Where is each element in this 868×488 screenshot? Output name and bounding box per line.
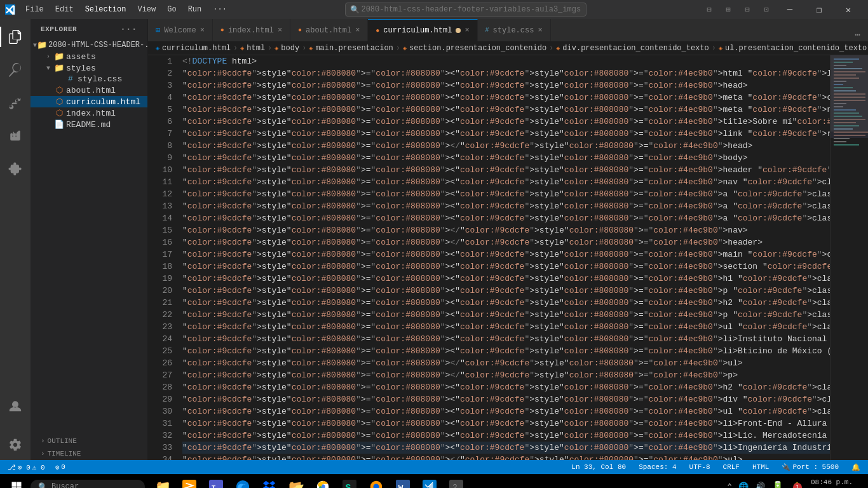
statusbar-spaces[interactable]: Spaces: 4 bbox=[636, 463, 679, 471]
tab-welcome[interactable]: ⊞ Welcome × bbox=[148, 19, 213, 41]
bc-curriculum[interactable]: curriculum.html bbox=[162, 44, 231, 53]
code-content[interactable]: <!DOCTYPE html> "color:#9cdcfe">style"co… bbox=[177, 55, 830, 460]
code-line[interactable]: "color:#9cdcfe">style"color:#808080">="c… bbox=[182, 67, 830, 79]
bc-ul[interactable]: ul.presentacion_contenido_texto bbox=[725, 44, 867, 53]
taskbar-app-word[interactable]: W bbox=[390, 474, 416, 488]
tree-item-styles[interactable]: ▼ 📁 styles bbox=[31, 62, 147, 74]
tree-item-style-css[interactable]: # style.css bbox=[31, 74, 147, 85]
taskbar-app-teams[interactable]: T bbox=[203, 474, 229, 488]
bc-main[interactable]: main.presentacion bbox=[315, 44, 393, 53]
code-line[interactable]: "color:#9cdcfe">style"color:#808080">="c… bbox=[182, 273, 830, 285]
tree-item-readme[interactable]: 📄 README.md bbox=[31, 119, 147, 130]
activity-settings[interactable] bbox=[0, 430, 31, 460]
activity-extensions[interactable] bbox=[0, 154, 31, 184]
taskbar-app-sublime[interactable] bbox=[177, 474, 202, 488]
statusbar-language[interactable]: HTML bbox=[750, 463, 771, 471]
code-line[interactable]: "color:#9cdcfe">style"color:#808080">="c… bbox=[182, 164, 830, 176]
taskbar-app-s[interactable]: S bbox=[337, 474, 362, 488]
statusbar-eol[interactable]: CRLF bbox=[721, 463, 742, 471]
code-line[interactable]: "color:#9cdcfe">style"color:#808080">="c… bbox=[182, 285, 830, 297]
menu-more[interactable]: ··· bbox=[208, 4, 232, 15]
statusbar-cursor[interactable]: Ln 33, Col 80 bbox=[569, 463, 628, 471]
start-button[interactable] bbox=[5, 475, 28, 488]
code-line[interactable]: "color:#9cdcfe">style"color:#808080">="c… bbox=[182, 128, 830, 140]
layout-editor-icon[interactable]: ⊟ bbox=[738, 3, 756, 17]
taskbar-clock[interactable]: 08:46 p.m. 17/08/2024 bbox=[807, 477, 857, 488]
tab-close-curriculum[interactable]: × bbox=[465, 26, 469, 35]
code-line[interactable]: "color:#9cdcfe">style"color:#808080">="c… bbox=[182, 417, 830, 430]
bc-div[interactable]: div.presentacion_contenido_texto bbox=[562, 44, 709, 53]
tree-item-about-html[interactable]: ⬡ about.html bbox=[31, 85, 147, 96]
code-line[interactable]: "color:#9cdcfe">style"color:#808080">="c… bbox=[182, 79, 830, 92]
menu-file[interactable]: File bbox=[20, 4, 49, 15]
outline-section[interactable]: › OUTLINE bbox=[31, 435, 147, 447]
layout-split-icon[interactable]: ⊡ bbox=[757, 3, 775, 17]
activity-explorer[interactable] bbox=[0, 22, 31, 52]
code-line[interactable]: "color:#9cdcfe">style"color:#808080">="c… bbox=[182, 188, 830, 200]
close-button[interactable]: ✕ bbox=[834, 0, 863, 19]
tab-close-about[interactable]: × bbox=[355, 26, 360, 35]
code-line[interactable]: "color:#9cdcfe">style"color:#808080">="c… bbox=[182, 261, 830, 273]
tab-close-welcome[interactable]: × bbox=[200, 26, 205, 35]
bc-body[interactable]: body bbox=[281, 44, 299, 53]
tray-battery[interactable]: 🔋 bbox=[769, 479, 787, 488]
menu-selection[interactable]: Selection bbox=[80, 4, 132, 15]
taskbar-search-box[interactable]: 🔍 Buscar bbox=[31, 480, 145, 489]
tab-close-index[interactable]: × bbox=[278, 26, 282, 35]
notification-center[interactable]: 🔔 1 bbox=[789, 480, 804, 488]
code-line[interactable]: "color:#9cdcfe">style"color:#808080">="c… bbox=[182, 381, 830, 393]
taskbar-app-vscode[interactable] bbox=[417, 474, 442, 488]
code-line[interactable]: "color:#9cdcfe">style"color:#808080">="c… bbox=[182, 116, 830, 128]
activity-source-control[interactable] bbox=[0, 88, 31, 118]
statusbar-port[interactable]: 🔌 Port : 5500 bbox=[779, 463, 841, 471]
taskbar-app-edge[interactable] bbox=[230, 474, 255, 488]
code-line[interactable]: <!DOCTYPE html> bbox=[182, 55, 830, 67]
maximize-button[interactable]: ❐ bbox=[804, 0, 834, 19]
code-line[interactable]: "color:#9cdcfe">style"color:#808080">="c… bbox=[182, 140, 830, 152]
activity-search[interactable] bbox=[0, 55, 31, 85]
code-line[interactable]: "color:#9cdcfe">style"color:#808080">="c… bbox=[182, 393, 830, 405]
code-line[interactable]: "color:#9cdcfe">style"color:#808080">="c… bbox=[182, 333, 830, 345]
tray-arrow[interactable]: ⌃ bbox=[724, 480, 735, 488]
tab-curriculum-html[interactable]: ● curriculum.html × bbox=[368, 19, 477, 41]
timeline-section[interactable]: › TIMELINE bbox=[31, 447, 147, 460]
activity-account[interactable] bbox=[0, 391, 31, 422]
code-line[interactable]: "color:#9cdcfe">style"color:#808080">="c… bbox=[182, 309, 830, 321]
taskbar-app-firefox[interactable] bbox=[363, 474, 389, 488]
layout-panel-icon[interactable]: ⊞ bbox=[719, 3, 737, 17]
code-line[interactable]: "color:#9cdcfe">style"color:#808080">="c… bbox=[182, 236, 830, 248]
code-line[interactable]: "color:#9cdcfe">style"color:#808080">="c… bbox=[182, 152, 830, 164]
menu-view[interactable]: View bbox=[132, 4, 161, 15]
menu-edit[interactable]: Edit bbox=[50, 4, 79, 15]
code-line[interactable]: "color:#9cdcfe">style"color:#808080">="c… bbox=[182, 224, 830, 236]
tree-item-curriculum-html[interactable]: ⬡ curriculum.html bbox=[31, 96, 147, 107]
taskbar-app-unknown[interactable]: ? bbox=[444, 474, 469, 488]
code-line[interactable]: "color:#9cdcfe">style"color:#808080">="c… bbox=[182, 454, 830, 460]
taskbar-app-chrome[interactable] bbox=[310, 474, 336, 488]
menu-run[interactable]: Run bbox=[183, 4, 207, 15]
code-line[interactable]: "color:#9cdcfe">style"color:#808080">="c… bbox=[182, 321, 830, 333]
layout-sidebar-icon[interactable]: ⊟ bbox=[700, 3, 718, 17]
tab-index-html[interactable]: ● index.html × bbox=[213, 19, 290, 41]
statusbar-info[interactable]: ⚙ 0 bbox=[53, 463, 68, 471]
minimize-button[interactable]: ─ bbox=[775, 0, 804, 19]
taskbar-app-folder[interactable]: 📂 bbox=[283, 474, 309, 488]
code-line[interactable]: "color:#9cdcfe">style"color:#808080">="c… bbox=[182, 104, 830, 116]
code-line[interactable]: "color:#9cdcfe">style"color:#808080">="c… bbox=[182, 430, 830, 442]
tree-item-root[interactable]: ▼ 📁 2080-HTML-CSS-HEADER-... bbox=[31, 39, 147, 51]
titlebar-search-input[interactable] bbox=[345, 3, 587, 17]
taskbar-app-dropbox[interactable] bbox=[257, 474, 282, 488]
code-line[interactable]: "color:#9cdcfe">style"color:#808080">="c… bbox=[182, 176, 830, 188]
sidebar-more-icon[interactable]: ··· bbox=[120, 24, 137, 34]
split-editor-button[interactable]: ⋯ bbox=[853, 28, 863, 41]
statusbar-notifications[interactable]: 🔔 bbox=[849, 463, 863, 471]
code-line[interactable]: "color:#9cdcfe">style"color:#808080">="c… bbox=[182, 212, 830, 224]
code-line[interactable]: "color:#9cdcfe">style"color:#808080">="c… bbox=[182, 248, 830, 261]
code-line[interactable]: "color:#9cdcfe">style"color:#808080">="c… bbox=[182, 92, 830, 104]
tray-network[interactable]: 🌐 bbox=[736, 480, 751, 488]
bc-html[interactable]: html bbox=[247, 44, 265, 53]
activity-run-debug[interactable] bbox=[0, 121, 31, 151]
code-line[interactable]: "color:#9cdcfe">style"color:#808080">="c… bbox=[182, 200, 830, 212]
tray-volume[interactable]: 🔊 bbox=[752, 480, 768, 488]
code-line[interactable]: "color:#9cdcfe">style"color:#808080">="c… bbox=[182, 357, 830, 369]
